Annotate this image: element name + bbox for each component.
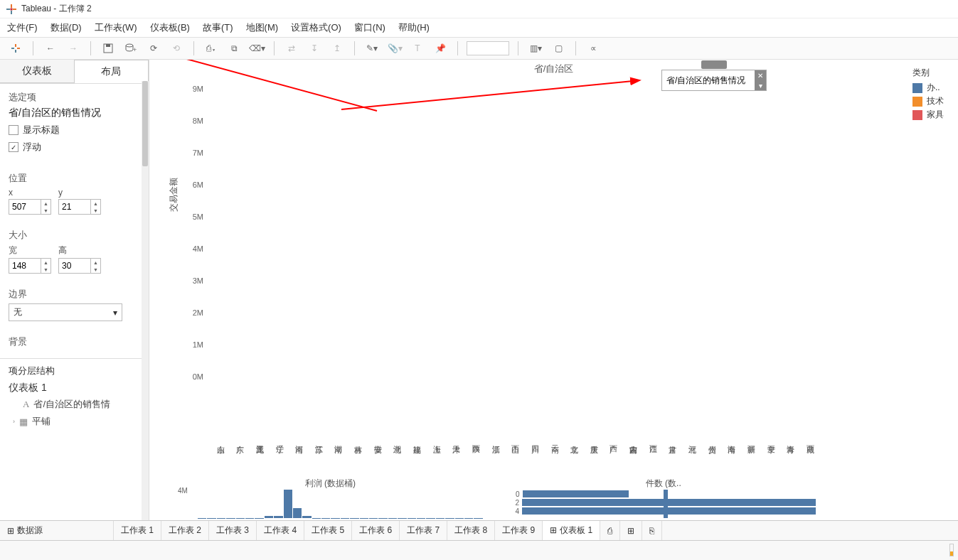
checkbox-floating[interactable]: ✓ bbox=[9, 142, 18, 152]
small2-bar[interactable] bbox=[522, 499, 816, 506]
sidebar-tab-layout[interactable]: 布局 bbox=[74, 60, 149, 83]
tab-worksheet-8[interactable]: 工作表 8 bbox=[447, 521, 495, 540]
new-sheet-icon[interactable]: ⎙▾ bbox=[203, 40, 220, 57]
dashboard-canvas[interactable]: 省/自治区 ✕ ▾ 类别 办.. 技术 家具 交易金额 0M1M2M3M4 bbox=[149, 60, 958, 520]
legend-item-2[interactable]: 家具 bbox=[912, 109, 944, 121]
menu-dashboard[interactable]: 仪表板(B) bbox=[150, 21, 190, 34]
legend-item-1[interactable]: 技术 bbox=[912, 95, 944, 107]
new-worksheet-button[interactable]: ⎙ bbox=[600, 521, 620, 540]
pos-y-down[interactable]: ▼ bbox=[91, 207, 100, 214]
menu-map[interactable]: 地图(M) bbox=[246, 21, 279, 34]
small2-bar[interactable] bbox=[522, 507, 816, 515]
toolbar: ← → + ⟳ ⟲ ⎙▾ ⧉ ⌫▾ ⇄ ↧ ↥ ✎▾ 📎▾ T 📌 ▥▾ ▢ ∝ bbox=[0, 37, 958, 60]
small-chart-count[interactable]: 件数 (数.. 024 bbox=[511, 478, 816, 520]
new-story-button[interactable]: ⎘ bbox=[642, 521, 662, 540]
pos-x-down[interactable]: ▼ bbox=[41, 207, 50, 214]
hierarchy-item-text[interactable]: A 省/自治区的销售情 bbox=[9, 396, 140, 413]
svg-rect-2 bbox=[6, 9, 10, 10]
close-icon[interactable]: ✕ bbox=[755, 70, 766, 80]
back-icon[interactable]: ← bbox=[42, 40, 59, 57]
size-w-up[interactable]: ▲ bbox=[41, 259, 50, 266]
tab-worksheet-9[interactable]: 工作表 9 bbox=[495, 521, 543, 540]
size-w-input[interactable] bbox=[9, 259, 41, 273]
new-dashboard-button[interactable]: ⊞ bbox=[620, 521, 642, 540]
refresh-all-icon[interactable]: ⟲ bbox=[168, 40, 185, 57]
small-bar[interactable] bbox=[265, 516, 273, 518]
small2-marker bbox=[664, 490, 668, 518]
share-icon[interactable]: ∝ bbox=[585, 40, 602, 57]
drag-handle-icon[interactable] bbox=[701, 60, 727, 69]
small2-row-label: 4 bbox=[511, 507, 520, 515]
refresh-icon[interactable]: ⟳ bbox=[145, 40, 162, 57]
tab-data-source[interactable]: ⊞数据源 bbox=[0, 521, 114, 540]
menu-story[interactable]: 故事(T) bbox=[203, 21, 233, 34]
pin-icon[interactable]: 📌 bbox=[432, 40, 449, 57]
chevron-down-icon[interactable]: ▾ bbox=[755, 80, 766, 90]
show-title-label: 显示标题 bbox=[23, 124, 60, 136]
presentation-icon[interactable]: ▢ bbox=[550, 40, 567, 57]
y-tick: 5M bbox=[193, 212, 203, 221]
legend[interactable]: 类别 办.. 技术 家具 bbox=[912, 67, 944, 122]
pos-y-up[interactable]: ▲ bbox=[91, 200, 100, 207]
border-value: 无 bbox=[14, 306, 22, 318]
swap-icon[interactable]: ⇄ bbox=[283, 40, 300, 57]
sort-asc-icon[interactable]: ↧ bbox=[306, 40, 323, 57]
menu-file[interactable]: 文件(F) bbox=[7, 21, 38, 34]
border-select[interactable]: 无 ▾ bbox=[9, 303, 122, 321]
sidebar-scrollbar[interactable] bbox=[142, 81, 149, 520]
hierarchy-item-tile[interactable]: › ▦ 平铺 bbox=[9, 413, 140, 430]
size-w-label: 宽 bbox=[9, 244, 51, 257]
new-data-icon[interactable]: + bbox=[122, 40, 139, 57]
floating-title-object[interactable]: ✕ ▾ bbox=[661, 70, 767, 91]
size-h-down[interactable]: ▼ bbox=[91, 266, 100, 273]
menu-help[interactable]: 帮助(H) bbox=[398, 21, 430, 34]
tab-worksheet-2[interactable]: 工作表 2 bbox=[161, 521, 209, 540]
tab-worksheet-6[interactable]: 工作表 6 bbox=[352, 521, 400, 540]
forward-icon[interactable]: → bbox=[65, 40, 82, 57]
y-tick: 4M bbox=[193, 244, 203, 253]
small-bar[interactable] bbox=[302, 516, 311, 518]
duplicate-icon[interactable]: ⧉ bbox=[225, 40, 243, 57]
checkbox-show-title[interactable] bbox=[9, 125, 18, 135]
save-icon[interactable] bbox=[100, 40, 117, 57]
group-icon[interactable]: 📎▾ bbox=[386, 40, 403, 57]
tableau-icon[interactable] bbox=[7, 40, 24, 57]
show-me-icon[interactable]: ▥▾ bbox=[527, 40, 544, 57]
tab-worksheet-3[interactable]: 工作表 3 bbox=[209, 521, 257, 540]
pos-x-up[interactable]: ▲ bbox=[41, 200, 50, 207]
pos-x-input[interactable] bbox=[9, 200, 41, 214]
size-h-input[interactable] bbox=[59, 259, 90, 273]
menu-worksheet[interactable]: 工作表(W) bbox=[95, 21, 137, 34]
menu-window[interactable]: 窗口(N) bbox=[354, 21, 385, 34]
small-bar[interactable] bbox=[284, 490, 292, 518]
background-label: 背景 bbox=[9, 335, 140, 348]
small-bar[interactable] bbox=[274, 516, 282, 518]
svg-rect-10 bbox=[106, 44, 110, 47]
size-h-up[interactable]: ▲ bbox=[91, 259, 100, 266]
pos-y-input[interactable] bbox=[59, 200, 90, 214]
small-chart-profit[interactable]: 利润 (数据桶) 4M bbox=[178, 478, 483, 520]
clear-icon[interactable]: ⌫▾ bbox=[248, 40, 265, 57]
floating-title-text[interactable] bbox=[662, 74, 755, 87]
fit-dropdown[interactable] bbox=[467, 41, 509, 55]
size-w-down[interactable]: ▼ bbox=[41, 266, 50, 273]
legend-item-0[interactable]: 办.. bbox=[912, 82, 944, 94]
tab-worksheet-4[interactable]: 工作表 4 bbox=[257, 521, 304, 540]
tab-worksheet-7[interactable]: 工作表 7 bbox=[400, 521, 447, 540]
highlight-icon[interactable]: ✎▾ bbox=[363, 40, 380, 57]
tile-icon: ▦ bbox=[19, 416, 28, 427]
tab-worksheet-1[interactable]: 工作表 1 bbox=[114, 521, 161, 540]
sheet-tabs-bar: ⊞数据源 工作表 1工作表 2工作表 3工作表 4工作表 5工作表 6工作表 7… bbox=[0, 520, 958, 540]
tab-worksheet-5[interactable]: 工作表 5 bbox=[304, 521, 352, 540]
small2-bar[interactable] bbox=[523, 490, 629, 497]
menu-format[interactable]: 设置格式(O) bbox=[291, 21, 341, 34]
main-chart[interactable]: 交易金额 0M1M2M3M4M5M6M7M8M9M 山东广东黑龙江辽宁河南江苏湖… bbox=[178, 81, 816, 399]
tab-dashboard-1[interactable]: ⊞仪表板 1 bbox=[543, 521, 600, 541]
sort-desc-icon[interactable]: ↥ bbox=[329, 40, 346, 57]
hierarchy-root[interactable]: 仪表板 1 bbox=[9, 380, 140, 396]
text-icon[interactable]: T bbox=[409, 40, 426, 57]
sidebar-tab-dashboard[interactable]: 仪表板 bbox=[0, 60, 74, 83]
selected-item-name: 省/自治区的销售情况 bbox=[9, 107, 140, 119]
menu-data[interactable]: 数据(D) bbox=[50, 21, 82, 34]
small-bar[interactable] bbox=[293, 508, 302, 518]
